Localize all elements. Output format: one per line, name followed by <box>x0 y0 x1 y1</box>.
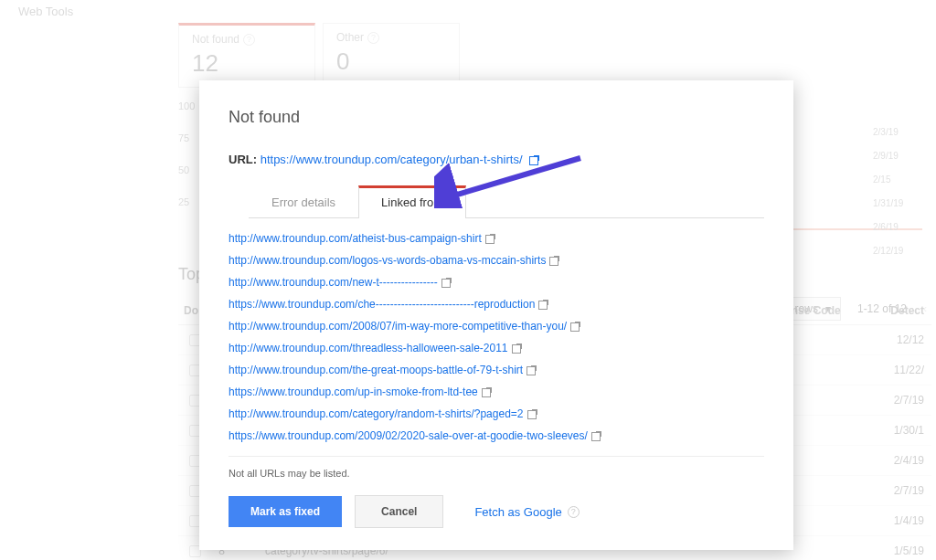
url-label: URL: <box>229 153 257 166</box>
linked-from-item: https://www.troundup.com/2009/02/2020-sa… <box>229 425 764 447</box>
annotation-arrow <box>434 153 590 208</box>
linked-from-list: http://www.troundup.com/atheist-bus-camp… <box>229 218 764 447</box>
external-link-icon[interactable] <box>591 431 601 441</box>
external-link-icon[interactable] <box>441 278 452 288</box>
help-icon[interactable]: ? <box>568 506 580 518</box>
modal-not-found: Not found URL: https://www.troundup.com/… <box>199 80 793 550</box>
external-link-icon[interactable] <box>485 234 495 244</box>
cancel-button[interactable]: Cancel <box>355 495 443 528</box>
linked-from-url[interactable]: http://www.troundup.com/atheist-bus-camp… <box>229 232 482 245</box>
linked-from-url[interactable]: https://www.troundup.com/2009/02/2020-sa… <box>229 429 588 442</box>
external-link-icon[interactable] <box>482 387 492 397</box>
linked-from-item: http://www.troundup.com/atheist-bus-camp… <box>229 227 764 249</box>
linked-from-item: http://www.troundup.com/new-t-----------… <box>229 271 764 293</box>
linked-from-url[interactable]: http://www.troundup.com/the-great-moops-… <box>229 364 523 376</box>
linked-from-item: https://www.troundup.com/che------------… <box>229 293 764 315</box>
linked-from-url[interactable]: https://www.troundup.com/up-in-smoke-fro… <box>229 386 478 398</box>
linked-from-item: http://www.troundup.com/2008/07/im-way-m… <box>229 315 764 337</box>
linked-from-item: http://www.troundup.com/threadless-hallo… <box>229 337 764 359</box>
external-link-icon[interactable] <box>570 322 580 332</box>
linked-from-url[interactable]: http://www.troundup.com/2008/07/im-way-m… <box>229 320 567 333</box>
svg-line-0 <box>448 158 580 197</box>
external-link-icon[interactable] <box>526 365 537 375</box>
external-link-icon[interactable] <box>538 300 548 310</box>
external-link-icon[interactable] <box>527 409 537 419</box>
linked-from-item: https://www.troundup.com/up-in-smoke-fro… <box>229 381 764 403</box>
linked-from-url[interactable]: https://www.troundup.com/che------------… <box>229 298 535 311</box>
tab-error-details[interactable]: Error details <box>249 185 358 218</box>
modal-title: Not found <box>229 108 764 127</box>
fetch-as-google-link[interactable]: Fetch as Google ? <box>474 505 579 519</box>
linked-from-item: http://www.troundup.com/category/random-… <box>229 403 764 425</box>
mark-as-fixed-button[interactable]: Mark as fixed <box>229 496 342 527</box>
linked-from-url[interactable]: http://www.troundup.com/threadless-hallo… <box>229 342 508 354</box>
note: Not all URLs may be listed. <box>229 468 764 479</box>
linked-from-item: http://www.troundup.com/logos-vs-words-o… <box>229 249 764 271</box>
linked-from-url[interactable]: http://www.troundup.com/category/random-… <box>229 407 524 420</box>
external-link-icon[interactable] <box>512 343 522 354</box>
linked-from-item: http://www.troundup.com/the-great-moops-… <box>229 359 764 381</box>
linked-from-url[interactable]: http://www.troundup.com/new-t-----------… <box>229 276 438 289</box>
external-link-icon[interactable] <box>549 256 559 266</box>
linked-from-url[interactable]: http://www.troundup.com/logos-vs-words-o… <box>229 254 546 267</box>
